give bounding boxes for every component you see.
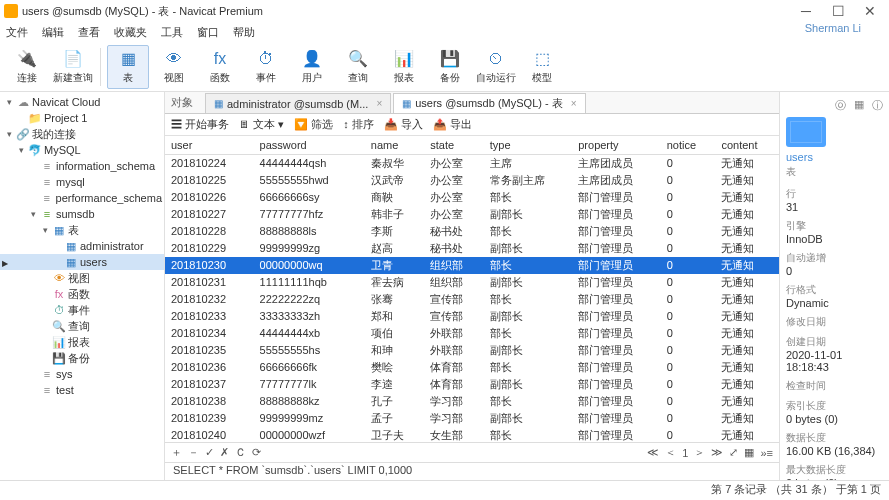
toolbar-备份[interactable]: 💾备份 (429, 45, 471, 89)
cell[interactable]: 99999999zg (254, 240, 365, 257)
cell[interactable]: 李逵 (365, 376, 424, 393)
subtool-item[interactable]: 📥 导入 (384, 117, 423, 132)
cell[interactable]: 44444444xb (254, 325, 365, 342)
tree-performance_schema[interactable]: ≡performance_schema (0, 190, 164, 206)
expand-icon[interactable]: ▾ (4, 129, 14, 139)
expand-icon[interactable]: ▾ (16, 145, 26, 155)
cell[interactable]: 0 (661, 274, 716, 291)
cell[interactable]: 0 (661, 223, 716, 240)
tab-close-icon[interactable]: × (571, 98, 577, 109)
cell[interactable]: 201810236 (165, 359, 254, 376)
cell[interactable]: 部长 (484, 223, 573, 240)
cell[interactable]: 秦叔华 (365, 154, 424, 172)
cell[interactable]: 201810230 (165, 257, 254, 274)
cell[interactable]: 宣传部 (424, 291, 483, 308)
grid-nav[interactable]: ＜ (665, 445, 676, 460)
cell[interactable]: 22222222zq (254, 291, 365, 308)
cell[interactable]: 201810227 (165, 206, 254, 223)
cell[interactable]: 张骞 (365, 291, 424, 308)
cell[interactable]: 201810229 (165, 240, 254, 257)
subtool-item[interactable]: ☰ 开始事务 (171, 117, 229, 132)
cell[interactable]: 部门管理员 (572, 410, 661, 427)
cell[interactable]: 商鞅 (365, 189, 424, 206)
cell[interactable]: 孔子 (365, 393, 424, 410)
cell[interactable]: 和珅 (365, 342, 424, 359)
tree-视图[interactable]: 👁视图 (0, 270, 164, 286)
cell[interactable]: 副部长 (484, 342, 573, 359)
cell[interactable]: 秘书处 (424, 240, 483, 257)
tree-备份[interactable]: 💾备份 (0, 350, 164, 366)
cell[interactable]: 0 (661, 291, 716, 308)
cell[interactable]: 0 (661, 257, 716, 274)
tree-sys[interactable]: ≡sys (0, 366, 164, 382)
toolbar-模型[interactable]: ⬚模型 (521, 45, 563, 89)
cell[interactable]: 0 (661, 325, 716, 342)
col-name[interactable]: name (365, 136, 424, 154)
cell[interactable]: 办公室 (424, 189, 483, 206)
col-password[interactable]: password (254, 136, 365, 154)
cell[interactable]: 副部长 (484, 308, 573, 325)
grid-btn[interactable]: － (188, 445, 199, 460)
menu-帮助[interactable]: 帮助 (233, 25, 255, 40)
cell[interactable]: 部门管理员 (572, 342, 661, 359)
grid-btn[interactable]: ＋ (171, 445, 182, 460)
cell[interactable]: 无通知 (715, 291, 779, 308)
cell[interactable]: 宣传部 (424, 308, 483, 325)
subtool-item[interactable]: 📤 导出 (433, 117, 472, 132)
tree-mysql[interactable]: ≡mysql (0, 174, 164, 190)
cell[interactable]: 0 (661, 154, 716, 172)
toolbar-函数[interactable]: fx函数 (199, 45, 241, 89)
cell[interactable]: 0 (661, 206, 716, 223)
cell[interactable]: 办公室 (424, 206, 483, 223)
cell[interactable]: 办公室 (424, 154, 483, 172)
cell[interactable]: 主席 (484, 154, 573, 172)
toolbar-新建查询[interactable]: 📄新建查询 (52, 45, 94, 89)
cell[interactable]: 无通知 (715, 274, 779, 291)
menu-窗口[interactable]: 窗口 (197, 25, 219, 40)
tree-sumsdb[interactable]: ▾≡sumsdb (0, 206, 164, 222)
cell[interactable]: 0 (661, 342, 716, 359)
tree-Project 1[interactable]: 📁Project 1 (0, 110, 164, 126)
cell[interactable]: 无通知 (715, 223, 779, 240)
cell[interactable]: 00000000wq (254, 257, 365, 274)
cell[interactable]: 部门管理员 (572, 189, 661, 206)
toolbar-自动运行[interactable]: ⏲自动运行 (475, 45, 517, 89)
cell[interactable]: 201810226 (165, 189, 254, 206)
cell[interactable]: 部门管理员 (572, 427, 661, 443)
cell[interactable]: 无通知 (715, 342, 779, 359)
cell[interactable]: 无通知 (715, 257, 779, 274)
tree-我的连接[interactable]: ▾🔗我的连接 (0, 126, 164, 142)
tab-close-icon[interactable]: × (376, 98, 382, 109)
cell[interactable]: 组织部 (424, 257, 483, 274)
cell[interactable]: 部长 (484, 257, 573, 274)
table-row[interactable]: 20181022555555555hwd汉武帝办公室常务副主席主席团成员0无通知 (165, 172, 779, 189)
cell[interactable]: 0 (661, 189, 716, 206)
cell[interactable]: 00000000wzf (254, 427, 365, 443)
cell[interactable]: 无通知 (715, 154, 779, 172)
cell[interactable]: 88888888ls (254, 223, 365, 240)
subtool-item[interactable]: 🗏 文本 ▾ (239, 117, 284, 132)
expand-icon[interactable]: ▾ (40, 225, 50, 235)
cell[interactable]: 201810235 (165, 342, 254, 359)
cell[interactable]: 主席团成员 (572, 154, 661, 172)
objects-label[interactable]: 对象 (171, 95, 193, 113)
props-grid-icon[interactable]: ▦ (854, 98, 864, 113)
cell[interactable]: 无通知 (715, 325, 779, 342)
subtool-item[interactable]: ↕ 排序 (343, 117, 374, 132)
menu-文件[interactable]: 文件 (6, 25, 28, 40)
menu-编辑[interactable]: 编辑 (42, 25, 64, 40)
cell[interactable]: 部长 (484, 393, 573, 410)
cell[interactable]: 66666666fk (254, 359, 365, 376)
cell[interactable]: 部门管理员 (572, 325, 661, 342)
cell[interactable]: 樊哙 (365, 359, 424, 376)
cell[interactable]: 常务副主席 (484, 172, 573, 189)
cell[interactable]: 孟子 (365, 410, 424, 427)
tree-administrator[interactable]: ▦administrator (0, 238, 164, 254)
cell[interactable]: 学习部 (424, 393, 483, 410)
cell[interactable]: 主席团成员 (572, 172, 661, 189)
cell[interactable]: 无通知 (715, 308, 779, 325)
toolbar-表[interactable]: ▦表 (107, 45, 149, 89)
cell[interactable]: 无通知 (715, 240, 779, 257)
cell[interactable]: 秘书处 (424, 223, 483, 240)
cell[interactable]: 无通知 (715, 427, 779, 443)
